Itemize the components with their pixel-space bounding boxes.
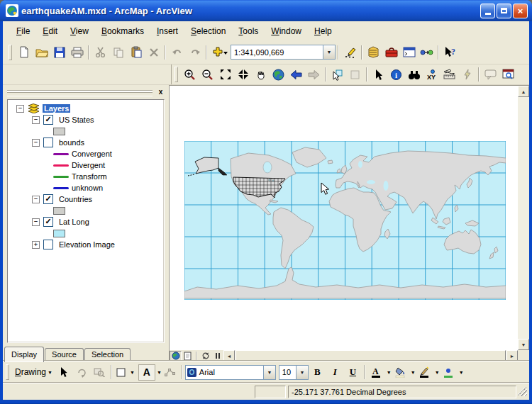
font-combo[interactable]: O Arial ▼ [185,365,276,380]
bold-button[interactable]: B [309,364,326,381]
menu-insert[interactable]: Insert [150,24,184,38]
rotate-button[interactable] [73,364,91,381]
font-size-combo[interactable]: 10 ▼ [279,365,309,380]
drawing-menu-button[interactable]: Drawing ▼ [12,366,55,378]
arctoolbox-button[interactable] [382,44,400,61]
fill-symbol-swatch[interactable] [53,230,65,237]
italic-button[interactable]: I [326,364,344,381]
collapse-icon[interactable]: − [32,196,40,203]
fixed-zoom-out-button[interactable] [234,66,252,83]
command-line-button[interactable] [400,44,418,61]
add-data-button[interactable] [209,44,231,61]
save-button[interactable] [50,44,68,61]
tab-display[interactable]: Display [4,347,44,362]
menu-tools[interactable]: Tools [232,24,265,38]
copy-button[interactable] [109,44,127,61]
menu-edit[interactable]: Edit [36,24,64,38]
find-button[interactable] [405,66,423,83]
shape-tool-dropdown[interactable]: ▼ [130,370,135,375]
toolbar-grip[interactable] [174,67,178,82]
map-scale-combo[interactable]: 1:341,090,669 ▼ [231,45,336,60]
scroll-right-arrow[interactable]: ► [506,350,518,361]
paste-button[interactable] [127,44,145,61]
legend-row-transform[interactable]: Transform [9,171,164,182]
horizontal-scrollbar[interactable]: ◄ ► [223,350,518,361]
tree-row-us-states-symbol[interactable] [9,125,164,137]
title-bar[interactable]: earthquakeAM.mxd - ArcMap - ArcView × [0,0,532,21]
fill-symbol-swatch[interactable] [53,207,65,215]
redo-button[interactable] [186,44,204,61]
font-size-dropdown[interactable]: ▼ [296,366,308,379]
layer-label[interactable]: Countries [57,195,94,203]
open-button[interactable] [33,44,50,61]
fill-color-dropdown[interactable]: ▼ [411,370,416,375]
tree-row-countries[interactable]: − ✓ Countries [9,193,164,205]
legend-row-divergent[interactable]: Divergent [9,159,164,171]
tree-row-countries-symbol[interactable] [9,205,164,216]
text-tool-dropdown[interactable]: ▼ [157,370,162,375]
map-scale-dropdown[interactable]: ▼ [323,45,335,59]
collapse-icon[interactable]: − [32,139,40,147]
cut-button[interactable] [92,44,109,61]
menu-window[interactable]: Window [265,24,308,38]
fill-symbol-swatch[interactable] [53,128,65,135]
go-to-xy-button[interactable]: XY [423,66,440,83]
menu-selection[interactable]: Selection [184,24,232,38]
go-forward-extent-button[interactable] [305,66,323,83]
menu-file[interactable]: File [10,24,36,38]
refresh-view-button[interactable] [199,351,211,361]
legend-row-unknown[interactable]: unknown [9,182,164,193]
clear-selection-button[interactable] [346,66,364,83]
vertical-scrollbar[interactable]: ▲ ▼ [517,86,529,350]
collapse-icon[interactable]: − [16,105,24,113]
editor-toolbar-button[interactable] [341,44,359,61]
elevation-image-checkbox[interactable] [43,240,53,249]
layer-label[interactable]: bounds [57,138,86,147]
menu-help[interactable]: Help [308,24,338,38]
layout-view-button[interactable] [182,351,194,361]
select-elements-button[interactable] [370,66,387,83]
font-color-dropdown[interactable]: ▼ [387,370,392,375]
measure-button[interactable] [440,66,458,83]
undo-button[interactable] [168,44,186,61]
line-color-dropdown[interactable]: ▼ [435,370,440,375]
menu-view[interactable]: View [64,24,95,38]
arccatalog-button[interactable] [365,44,382,61]
fixed-zoom-in-button[interactable] [216,66,234,83]
us-states-checkbox[interactable]: ✓ [43,115,53,125]
layer-label[interactable]: US States [57,116,96,124]
toc-grip[interactable] [7,90,153,96]
toolbar-grip[interactable] [6,364,9,380]
hyperlink-button[interactable] [458,66,476,83]
minimize-button[interactable] [480,4,495,18]
fill-color-button[interactable] [392,364,409,381]
tree-row-bounds[interactable]: − bounds [9,137,164,148]
viewer-window-button[interactable] [499,66,517,83]
legend-row-convergent[interactable]: Convergent [9,148,164,159]
line-color-button[interactable] [416,364,433,381]
marker-color-dropdown[interactable]: ▼ [459,370,464,375]
zoom-in-button[interactable] [181,66,199,83]
layers-root-label[interactable]: Layers [43,104,70,113]
countries-checkbox[interactable]: ✓ [43,194,53,204]
select-elements-button[interactable] [55,364,73,381]
resize-grip[interactable] [518,387,527,396]
html-popup-button[interactable] [482,66,499,83]
data-view-button[interactable] [170,351,182,361]
lat-long-checkbox[interactable]: ✓ [43,217,53,227]
zoom-out-button[interactable] [199,66,216,83]
horizontal-scroll-thumb[interactable] [235,350,506,361]
underline-button[interactable]: U [344,364,362,381]
full-extent-button[interactable] [270,66,287,83]
collapse-icon[interactable]: − [32,116,40,124]
select-features-button[interactable] [328,66,346,83]
toc-grab-bar[interactable]: x [3,85,169,99]
tab-selection[interactable]: Selection [84,348,131,362]
bounds-checkbox[interactable] [43,138,53,147]
tree-row-elevation-image[interactable]: + Elevation Image [9,239,164,250]
tree-row-us-states[interactable]: − ✓ US States [9,114,164,125]
delete-button[interactable] [145,44,162,61]
new-map-button[interactable] [15,44,33,61]
line-symbol-swatch[interactable] [53,153,69,155]
marker-color-button[interactable] [440,364,458,381]
